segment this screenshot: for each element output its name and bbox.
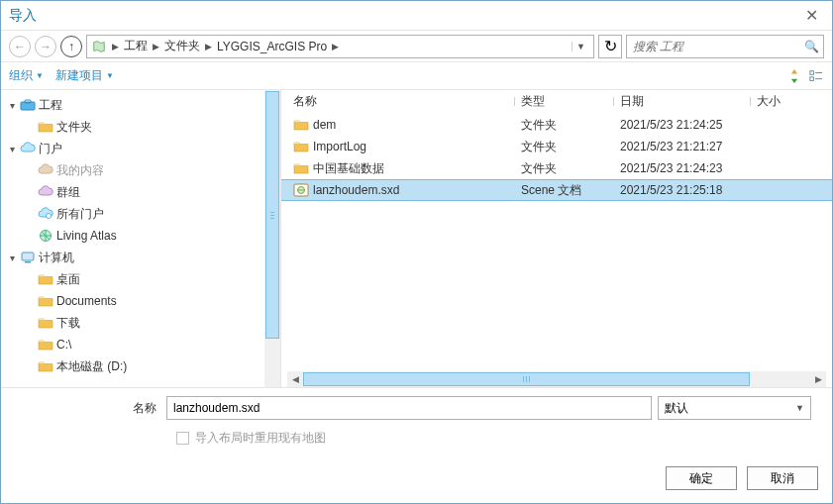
tree-item-label: 门户	[39, 141, 62, 157]
chevron-down-icon: ▼	[36, 71, 44, 80]
folder-icon	[37, 293, 54, 309]
back-button[interactable]: ←	[9, 36, 31, 57]
cell-name: lanzhoudem.sxd	[287, 182, 515, 198]
cell-name: dem	[287, 117, 515, 133]
view-icon[interactable]	[808, 68, 824, 84]
up-button[interactable]: ↑	[60, 36, 82, 57]
folder-icon	[37, 337, 54, 353]
tree-item-label: 群组	[56, 184, 80, 201]
col-header-size[interactable]: 大小	[751, 93, 832, 110]
title-bar: 导入 ✕	[1, 1, 832, 31]
scrollbar-thumb[interactable]	[265, 91, 279, 339]
tree-item-label: 计算机	[39, 250, 74, 266]
breadcrumb[interactable]: ▶ 工程 ▶ 文件夹 ▶ LYGGIS_ArcGIS Pro ▶ ▼	[86, 35, 594, 58]
col-header-type[interactable]: 类型	[515, 93, 614, 110]
cell-type: 文件夹	[515, 139, 614, 155]
col-header-date[interactable]: 日期	[614, 93, 751, 110]
tree-item[interactable]: ▸Living Atlas	[1, 225, 280, 247]
table-row[interactable]: ImportLog文件夹2021/5/23 21:21:27	[281, 136, 832, 157]
cloud-group-icon	[37, 184, 54, 200]
atlas-icon	[37, 228, 54, 244]
folder-icon	[293, 160, 309, 176]
name-input[interactable]	[166, 396, 652, 420]
tree-item[interactable]: ▾工程	[1, 94, 280, 116]
crumb-0[interactable]: 工程	[122, 38, 150, 54]
tree-item[interactable]: ▸本地磁盘 (D:)	[1, 355, 280, 377]
reuse-map-checkbox-row[interactable]: 导入布局时重用现有地图	[13, 430, 820, 447]
folder-icon	[37, 315, 54, 331]
checkbox-icon[interactable]	[176, 432, 189, 445]
list-body: dem文件夹2021/5/23 21:24:25ImportLog文件夹2021…	[281, 114, 832, 387]
arrow-up-icon: ↑	[68, 40, 74, 53]
tree-item[interactable]: ▾门户	[1, 138, 280, 159]
sort-icon[interactable]	[786, 68, 802, 84]
crumb-2[interactable]: LYGGIS_ArcGIS Pro	[215, 40, 329, 53]
tree-scrollbar[interactable]	[264, 90, 280, 387]
search-box[interactable]: 🔍	[626, 35, 824, 58]
chevron-down-icon[interactable]: ▼	[572, 42, 589, 51]
table-row[interactable]: dem文件夹2021/5/23 21:24:25	[281, 114, 832, 136]
cell-date: 2021/5/23 21:25:18	[614, 183, 751, 197]
toolbar: 组织 ▼ 新建项目 ▼	[1, 62, 832, 90]
tree-item-label: Documents	[56, 294, 117, 308]
list-hscrollbar[interactable]: ◀ ▶	[287, 371, 826, 387]
expander-icon[interactable]: ▾	[5, 252, 19, 263]
ok-button[interactable]: 确定	[666, 466, 737, 490]
crumb-1[interactable]: 文件夹	[162, 38, 202, 54]
search-icon[interactable]: 🔍	[804, 40, 819, 53]
search-input[interactable]	[631, 39, 804, 54]
close-icon[interactable]: ✕	[799, 6, 824, 26]
cloud-user-icon	[37, 162, 54, 178]
tree-item-label: 本地磁盘 (D:)	[56, 358, 127, 375]
scrollbar-thumb[interactable]	[303, 372, 750, 386]
tree-item-label: 工程	[39, 97, 62, 114]
computer-icon	[19, 250, 37, 265]
tree-item[interactable]: ▸C:\	[1, 334, 280, 355]
refresh-button[interactable]: ↻	[598, 35, 622, 58]
table-row[interactable]: lanzhoudem.sxdScene 文档2021/5/23 21:25:18	[281, 179, 832, 201]
chevron-down-icon: ▼	[795, 403, 804, 413]
tree-item[interactable]: ▸Documents	[1, 290, 280, 312]
list-header: 名称 类型 日期 大小	[281, 90, 832, 114]
folder-icon	[293, 139, 309, 154]
cell-date: 2021/5/23 21:24:23	[614, 161, 751, 175]
toolbox-icon	[19, 97, 37, 113]
expander-icon[interactable]: ▾	[5, 100, 19, 111]
expander-icon[interactable]: ▾	[5, 144, 19, 154]
name-field-label: 名称	[13, 400, 166, 417]
map-icon	[91, 39, 107, 54]
scroll-right-icon[interactable]: ▶	[810, 371, 826, 387]
tree-item-label: 下载	[56, 315, 80, 332]
tree-item-label: Living Atlas	[56, 229, 117, 243]
tree-item-label: C:\	[56, 338, 71, 352]
arrow-right-icon: →	[40, 40, 52, 53]
tree-item[interactable]: ▾计算机	[1, 247, 280, 268]
forward-button[interactable]: →	[35, 36, 56, 57]
tree-item[interactable]: ▸下载	[1, 312, 280, 334]
table-row[interactable]: 中国基础数据文件夹2021/5/23 21:24:23	[281, 157, 832, 179]
tree-item[interactable]: ▸桌面	[1, 268, 280, 290]
tree-item-label: 桌面	[56, 271, 80, 288]
arrow-left-icon: ←	[14, 40, 26, 53]
tree-item-label: 我的内容	[56, 162, 104, 179]
bottom-panel: 名称 默认 ▼ 导入布局时重用现有地图 确定 取消	[1, 387, 832, 498]
svg-rect-8	[810, 70, 814, 74]
new-item-menu[interactable]: 新建项目 ▼	[55, 67, 114, 84]
scroll-left-icon[interactable]: ◀	[287, 371, 303, 387]
type-select[interactable]: 默认 ▼	[658, 396, 811, 420]
tree-item[interactable]: ▸群组	[1, 181, 280, 203]
cell-name: ImportLog	[287, 139, 515, 154]
tree-item-label: 文件夹	[56, 119, 92, 136]
col-header-name[interactable]: 名称	[287, 93, 515, 110]
tree-item[interactable]: ▸所有门户	[1, 203, 280, 225]
nav-row: ← → ↑ ▶ 工程 ▶ 文件夹 ▶ LYGGIS_ArcGIS Pro ▶ ▼…	[1, 31, 832, 62]
organize-menu[interactable]: 组织 ▼	[9, 67, 44, 84]
chevron-right-icon: ▶	[109, 42, 122, 51]
cloud-all-icon	[37, 206, 54, 222]
window-title: 导入	[9, 7, 37, 25]
tree-item[interactable]: ▸文件夹	[1, 116, 280, 138]
tree-item[interactable]: ▸我的内容	[1, 159, 280, 181]
type-select-value: 默认	[665, 400, 688, 417]
chevron-right-icon: ▶	[202, 42, 215, 51]
cancel-button[interactable]: 取消	[747, 466, 818, 490]
